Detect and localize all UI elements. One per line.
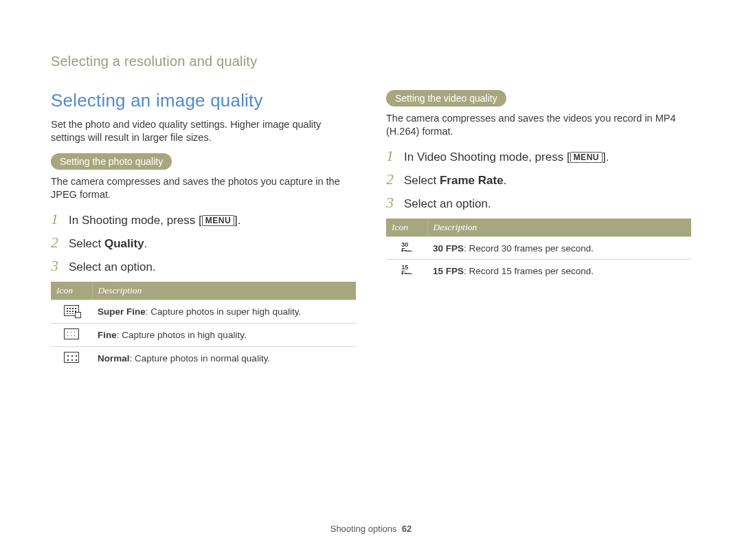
text-bold: Normal	[98, 353, 130, 363]
menu-icon: MENU	[570, 152, 603, 163]
text-fragment: In Video Shooting mode, press [	[404, 150, 570, 164]
right-column: Setting the video quality The camera com…	[386, 90, 691, 370]
text-bold: Super Fine	[98, 306, 146, 317]
step-text: Select Quality.	[69, 237, 147, 251]
table-row: 30F 30 FPS: Record 30 frames per second.	[386, 237, 691, 260]
photo-steps: 1 In Shooting mode, press [MENU]. 2 Sele…	[51, 210, 356, 275]
header-icon: Icon	[51, 282, 92, 300]
video-quality-pill: Setting the video quality	[386, 90, 506, 107]
quality-icon-cell	[51, 300, 92, 324]
fps-15-icon: 15F	[401, 265, 412, 276]
step-1: 1 In Shooting mode, press [MENU].	[51, 210, 356, 228]
fps-icon-cell: 30F	[386, 237, 427, 260]
step-number: 1	[386, 147, 404, 165]
super-fine-icon	[64, 305, 79, 316]
text-fragment: : Capture photos in normal quality.	[130, 353, 271, 363]
video-steps: 1 In Video Shooting mode, press [MENU]. …	[386, 147, 691, 212]
photo-paragraph: The camera compresses and saves the phot…	[51, 175, 356, 201]
step-number: 3	[386, 194, 404, 212]
step-number: 2	[386, 170, 404, 188]
page-number: 62	[402, 524, 412, 534]
fps-30-icon: 30F	[401, 242, 412, 254]
description-cell: Fine: Capture photos in high quality.	[92, 324, 356, 347]
quality-icon-cell	[51, 347, 92, 370]
text-fragment: : Capture photos in super high quality.	[146, 306, 301, 317]
text-bold: 15 FPS	[433, 266, 464, 276]
footer-section-label: Shooting options	[330, 524, 397, 534]
breadcrumb: Selecting a resolution and quality	[51, 54, 691, 69]
photo-quality-pill: Setting the photo quality	[51, 153, 172, 170]
step-2: 2 Select Frame Rate.	[386, 170, 691, 188]
step-1: 1 In Video Shooting mode, press [MENU].	[386, 147, 691, 165]
text-fragment: ].	[234, 214, 240, 227]
table-row: Fine: Capture photos in high quality.	[51, 324, 356, 347]
description-cell: 30 FPS: Record 30 frames per second.	[427, 237, 691, 260]
table-row: Normal: Capture photos in normal quality…	[51, 347, 356, 370]
text-fragment: Select	[404, 174, 440, 187]
step-text: Select Frame Rate.	[404, 174, 506, 188]
step-text: In Shooting mode, press [MENU].	[69, 214, 241, 227]
header-description: Description	[427, 219, 691, 237]
text-bold: Fine	[98, 330, 117, 340]
step-number: 2	[51, 234, 69, 251]
step-text: In Video Shooting mode, press [MENU].	[404, 150, 609, 164]
quality-icon-cell	[51, 324, 92, 347]
step-text: Select an option.	[69, 260, 156, 274]
text-bold: Frame Rate	[440, 174, 504, 187]
header-icon: Icon	[386, 219, 427, 237]
intro-paragraph: Set the photo and video quality settings…	[51, 118, 356, 144]
step-3: 3 Select an option.	[386, 194, 691, 212]
step-2: 2 Select Quality.	[51, 234, 356, 251]
description-cell: Super Fine: Capture photos in super high…	[92, 300, 356, 324]
content-columns: Selecting an image quality Set the photo…	[51, 90, 691, 370]
table-header-row: Icon Description	[386, 219, 691, 237]
table-row: 15F 15 FPS: Record 15 frames per second.	[386, 260, 691, 282]
description-cell: Normal: Capture photos in normal quality…	[92, 347, 356, 370]
text-fragment: Select	[69, 237, 104, 250]
text-fragment: In Shooting mode, press [	[69, 214, 202, 227]
photo-quality-table: Icon Description Super Fine: Capture pho…	[51, 282, 356, 370]
step-3: 3 Select an option.	[51, 257, 356, 275]
page-footer: Shooting options 62	[0, 524, 742, 534]
left-column: Selecting an image quality Set the photo…	[51, 90, 356, 370]
text-fragment: : Capture photos in high quality.	[117, 330, 247, 340]
section-title: Selecting an image quality	[51, 90, 356, 111]
fps-icon-cell: 15F	[386, 260, 427, 282]
video-fps-table: Icon Description 30F 30 FPS: Record 30 f…	[386, 219, 691, 282]
step-number: 3	[51, 257, 69, 275]
fine-icon	[64, 328, 79, 339]
step-text: Select an option.	[404, 197, 491, 211]
step-number: 1	[51, 210, 69, 228]
text-fragment: .	[144, 237, 148, 250]
description-cell: 15 FPS: Record 15 frames per second.	[427, 260, 691, 282]
text-fragment: : Record 15 frames per second.	[464, 266, 594, 276]
text-fragment: ].	[603, 150, 609, 164]
video-paragraph: The camera compresses and saves the vide…	[386, 112, 691, 137]
header-description: Description	[92, 282, 356, 300]
text-bold: 30 FPS	[433, 243, 464, 254]
normal-icon	[64, 352, 79, 363]
text-bold: Quality	[104, 237, 144, 250]
text-fragment: .	[504, 174, 507, 187]
table-header-row: Icon Description	[51, 282, 356, 300]
table-row: Super Fine: Capture photos in super high…	[51, 300, 356, 324]
text-fragment: : Record 30 frames per second.	[464, 243, 594, 254]
menu-icon: MENU	[202, 215, 234, 226]
manual-page: Selecting a resolution and quality Selec…	[0, 0, 742, 370]
